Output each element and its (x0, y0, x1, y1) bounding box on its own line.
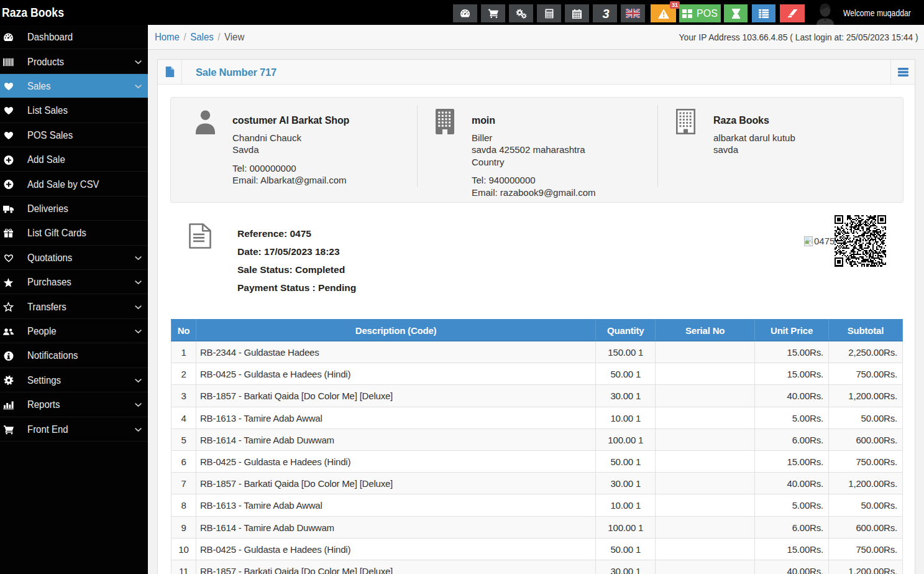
svg-text:3: 3 (602, 7, 609, 20)
